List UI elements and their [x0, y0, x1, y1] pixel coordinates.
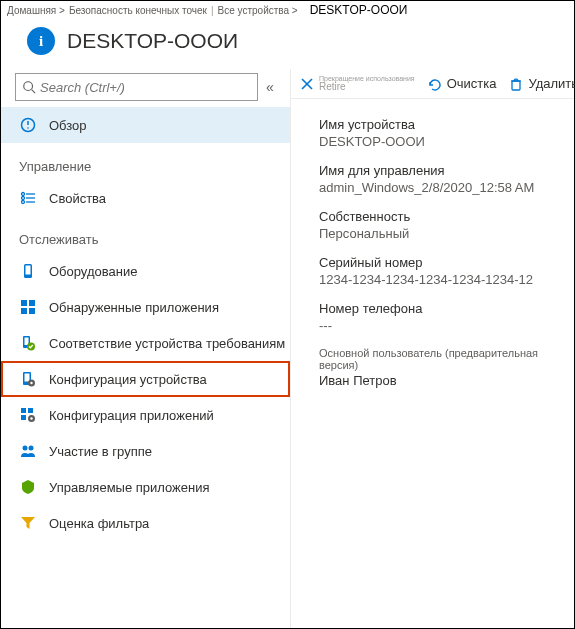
- overview-icon: [19, 116, 37, 134]
- sidebar-item-label: Свойства: [49, 191, 106, 206]
- info-icon: i: [27, 27, 55, 55]
- svg-rect-25: [28, 408, 33, 413]
- hardware-icon: [19, 262, 37, 280]
- breadcrumb-current: DESKTOP-ОООИ: [310, 3, 408, 17]
- svg-rect-15: [21, 308, 27, 314]
- svg-point-5: [22, 193, 25, 196]
- sidebar-item-label: Конфигурация устройства: [49, 372, 207, 387]
- svg-point-29: [23, 446, 28, 451]
- primary-user-value: Иван Петров: [319, 373, 566, 388]
- sidebar-item-discovered-apps[interactable]: Обнаруженные приложения: [1, 289, 290, 325]
- svg-rect-14: [29, 300, 35, 306]
- sidebar-item-managed-apps[interactable]: Управляемые приложения: [1, 469, 290, 505]
- svg-point-4: [27, 127, 29, 129]
- compliance-icon: [19, 334, 37, 352]
- svg-point-9: [22, 201, 25, 204]
- group-icon: [19, 442, 37, 460]
- sidebar-item-label: Соответствие устройства требованиям: [49, 336, 285, 351]
- sidebar-item-label: Управляемые приложения: [49, 480, 210, 495]
- breadcrumb-sep: |: [211, 5, 214, 16]
- search-box[interactable]: [15, 73, 258, 101]
- svg-line-1: [32, 90, 36, 94]
- delete-label: Удалить: [528, 76, 575, 91]
- sidebar-item-properties[interactable]: Свойства: [1, 180, 290, 216]
- sidebar-nav: Обзор Управление Свойства Отслеживать Об…: [1, 107, 290, 628]
- sidebar-item-app-config[interactable]: Конфигурация приложений: [1, 397, 290, 433]
- phone-label: Номер телефона: [319, 301, 566, 316]
- content-pane: Прекращение использования Retire Очистка…: [291, 69, 574, 628]
- details-section: Имя устройства DESKTOP-ОООИ Имя для упра…: [291, 99, 574, 410]
- page-title: DESKTOP-ОООИ: [67, 29, 238, 53]
- sidebar-item-compliance[interactable]: Соответствие устройства требованиям: [1, 325, 290, 361]
- phone-value: ---: [319, 318, 566, 333]
- retire-button[interactable]: Прекращение использования Retire: [299, 75, 415, 92]
- serial-value: 1234-1234-1234-1234-1234-1234-12: [319, 272, 566, 287]
- sidebar-section-manage: Управление: [1, 143, 290, 180]
- sidebar: « Обзор Управление Свойства Отслеживать: [1, 69, 291, 628]
- svg-point-28: [30, 417, 32, 419]
- ownership-value: Персональный: [319, 226, 566, 241]
- svg-rect-16: [29, 308, 35, 314]
- mgmt-name-value: admin_Windows_2/8/2020_12:58 AM: [319, 180, 566, 195]
- delete-button[interactable]: Удалить: [508, 76, 575, 92]
- sidebar-item-label: Обнаруженные приложения: [49, 300, 219, 315]
- svg-point-30: [29, 446, 34, 451]
- wipe-icon: [427, 76, 443, 92]
- breadcrumb-home[interactable]: Домашняя >: [7, 5, 65, 16]
- svg-point-7: [22, 197, 25, 200]
- breadcrumb: Домашняя > Безопасность конечных точек |…: [1, 1, 574, 19]
- sidebar-item-filter-eval[interactable]: Оценка фильтра: [1, 505, 290, 541]
- managed-apps-icon: [19, 478, 37, 496]
- sidebar-item-label: Оценка фильтра: [49, 516, 149, 531]
- sidebar-item-label: Обзор: [49, 118, 87, 133]
- svg-rect-24: [21, 408, 26, 413]
- svg-rect-26: [21, 415, 26, 420]
- sidebar-item-label: Участие в группе: [49, 444, 152, 459]
- collapse-sidebar-button[interactable]: «: [258, 79, 282, 95]
- search-input[interactable]: [36, 80, 251, 95]
- sidebar-item-label: Оборудование: [49, 264, 137, 279]
- svg-rect-13: [21, 300, 27, 306]
- sidebar-item-overview[interactable]: Обзор: [1, 107, 290, 143]
- sidebar-item-device-config[interactable]: Конфигурация устройства: [1, 361, 290, 397]
- app-config-icon: [19, 406, 37, 424]
- breadcrumb-sec[interactable]: Безопасность конечных точек: [69, 5, 207, 16]
- serial-label: Серийный номер: [319, 255, 566, 270]
- svg-rect-18: [25, 338, 29, 346]
- svg-rect-33: [512, 81, 520, 90]
- device-name-label: Имя устройства: [319, 117, 566, 132]
- svg-rect-12: [26, 266, 31, 275]
- search-icon: [22, 80, 36, 94]
- svg-point-23: [30, 382, 32, 384]
- title-row: i DESKTOP-ОООИ: [1, 19, 574, 69]
- retire-label-sub: Retire: [319, 82, 415, 92]
- ownership-label: Собственность: [319, 209, 566, 224]
- wipe-button[interactable]: Очистка: [427, 76, 497, 92]
- retire-icon: [299, 76, 315, 92]
- device-name-value: DESKTOP-ОООИ: [319, 134, 566, 149]
- primary-user-label: Основной пользователь (предварительная в…: [319, 347, 566, 371]
- filter-icon: [19, 514, 37, 532]
- mgmt-name-label: Имя для управления: [319, 163, 566, 178]
- sidebar-section-monitor: Отслеживать: [1, 216, 290, 253]
- sidebar-item-hardware[interactable]: Оборудование: [1, 253, 290, 289]
- svg-rect-21: [25, 374, 30, 382]
- device-config-icon: [19, 370, 37, 388]
- properties-icon: [19, 189, 37, 207]
- breadcrumb-all[interactable]: Все устройства >: [218, 5, 298, 16]
- svg-point-0: [24, 82, 33, 91]
- sidebar-item-label: Конфигурация приложений: [49, 408, 214, 423]
- wipe-label: Очистка: [447, 76, 497, 91]
- sidebar-item-group-membership[interactable]: Участие в группе: [1, 433, 290, 469]
- action-bar: Прекращение использования Retire Очистка…: [291, 69, 574, 99]
- delete-icon: [508, 76, 524, 92]
- discovered-apps-icon: [19, 298, 37, 316]
